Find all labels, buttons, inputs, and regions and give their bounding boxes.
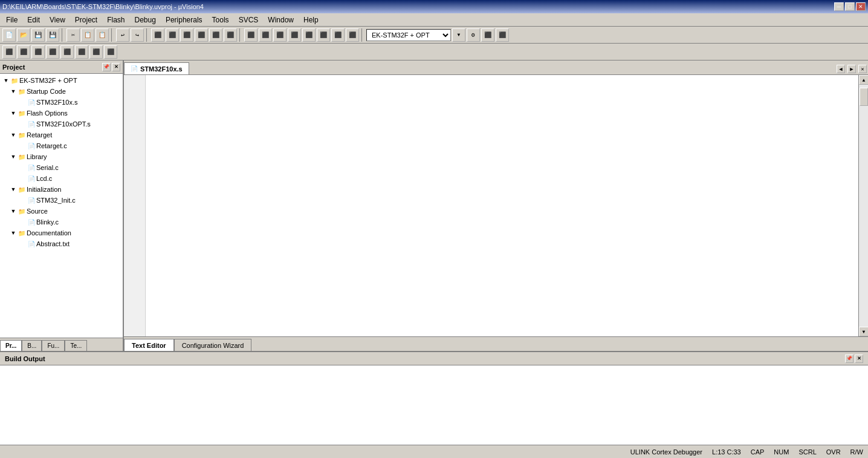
next-bookmark-button[interactable]: ⬛	[331, 28, 345, 42]
cmd-button[interactable]: ⬛	[496, 28, 509, 42]
expand-startup-icon: ▼	[10, 88, 17, 94]
tree-retarget[interactable]: ▼ 📁 Retarget	[0, 129, 123, 140]
menu-item-svcs[interactable]: SVCS	[234, 15, 264, 25]
tree-startup-code[interactable]: ▼ 📁 Startup Code	[0, 86, 123, 97]
open-button[interactable]: 📂	[17, 28, 30, 42]
folder-source-icon: 📁	[17, 206, 27, 216]
tab-project[interactable]: Pr...	[0, 340, 22, 351]
editor-close-tab[interactable]: ✕	[858, 65, 867, 73]
stop-button[interactable]: ⬛	[195, 28, 208, 42]
uncomment-button[interactable]: ⬛	[288, 28, 301, 42]
tb2-1[interactable]: ⬛	[2, 45, 16, 59]
scroll-down-button[interactable]: ▼	[859, 327, 868, 336]
scroll-up-button[interactable]: ▲	[859, 75, 868, 85]
rebuild-button[interactable]: ⬛	[166, 28, 179, 42]
project-close-button[interactable]: ✕	[112, 63, 120, 71]
build-close-button[interactable]: ✕	[855, 355, 863, 363]
editor-tab-stm32f10x[interactable]: 📄 STM32F10x.s	[124, 62, 189, 74]
tree-source[interactable]: ▼ 📁 Source	[0, 206, 123, 217]
tree-initialization[interactable]: ▼ 📁 Initialization	[0, 184, 123, 195]
new-file-button[interactable]: 📄	[2, 28, 16, 42]
tree-abstract-txt[interactable]: 📄 Abstract.txt	[0, 238, 123, 249]
tree-lcd-c[interactable]: 📄 Lcd.c	[0, 173, 123, 184]
editor-scroll-left[interactable]: ◀	[837, 65, 845, 73]
bookmark-button[interactable]: ⬛	[302, 28, 316, 42]
code-content[interactable]	[146, 75, 858, 336]
tb2-7[interactable]: ⬛	[89, 45, 103, 59]
maximize-button[interactable]: □	[845, 2, 855, 11]
menu-item-edit[interactable]: Edit	[22, 15, 45, 25]
tree-documentation[interactable]: ▼ 📁 Documentation	[0, 227, 123, 238]
tree-root[interactable]: ▼ 📁 EK-STM32F + OPT	[0, 75, 123, 86]
menu-item-debug[interactable]: Debug	[130, 15, 161, 25]
tree-serial-c[interactable]: 📄 Serial.c	[0, 162, 123, 173]
cut-button[interactable]: ✂	[66, 28, 80, 42]
sep5	[361, 28, 364, 42]
tree-doc-label: Documentation	[27, 229, 71, 237]
download-button[interactable]: ⬛	[224, 28, 237, 42]
target-options-button[interactable]: ▼	[452, 28, 465, 42]
indent-button[interactable]: ⬛	[244, 28, 257, 42]
flash-button[interactable]: ⬛	[209, 28, 222, 42]
titlebar-title: D:\KEIL\ARM\Boards\ST\EK-STM32F\Blinky\B…	[2, 3, 204, 10]
editor-scroll-right[interactable]: ▶	[847, 65, 856, 73]
project-header: Project 📌 ✕	[0, 61, 123, 74]
manage-button[interactable]: ⬛	[481, 28, 494, 42]
menu-item-view[interactable]: View	[45, 15, 70, 25]
save-button[interactable]: 💾	[31, 28, 45, 42]
unindent-button[interactable]: ⬛	[259, 28, 272, 42]
code-editor: ▲ ▼	[124, 75, 868, 336]
scroll-thumb[interactable]	[860, 88, 868, 106]
tree-flash-options[interactable]: ▼ 📁 Flash Options	[0, 108, 123, 119]
target-selector[interactable]: EK-STM32F + OPT	[366, 29, 451, 41]
close-button[interactable]: ✕	[856, 2, 866, 11]
menu-item-project[interactable]: Project	[70, 15, 102, 25]
clear-bookmarks-button[interactable]: ⬛	[346, 28, 359, 42]
editor-tabbar: 📄 STM32F10x.s ◀ ▶ ✕	[124, 61, 868, 75]
menubar: FileEditViewProjectFlashDebugPeripherals…	[0, 13, 868, 27]
menu-item-help[interactable]: Help	[299, 15, 323, 25]
file-stm32f10xopt-icon: 📄	[27, 119, 36, 129]
tb2-6[interactable]: ⬛	[75, 45, 88, 59]
tab-functions[interactable]: Fu...	[42, 340, 65, 351]
tree-flash-label: Flash Options	[27, 110, 68, 117]
comment-button[interactable]: ⬛	[273, 28, 287, 42]
prev-bookmark-button[interactable]: ⬛	[317, 28, 330, 42]
menu-item-window[interactable]: Window	[263, 15, 299, 25]
menu-item-file[interactable]: File	[1, 15, 22, 25]
compile-button[interactable]: ⬛	[180, 28, 193, 42]
copy-button[interactable]: 📋	[81, 28, 94, 42]
menu-item-flash[interactable]: Flash	[102, 15, 129, 25]
redo-button[interactable]: ↪	[131, 28, 144, 42]
target-settings-button[interactable]: ⚙	[467, 28, 480, 42]
build-pin-button[interactable]: 📌	[845, 355, 853, 363]
tab-templates[interactable]: Te...	[65, 340, 87, 351]
bottom-tab-text-editor[interactable]: Text Editor	[124, 339, 174, 351]
project-tabs: Pr... B... Fu... Te...	[0, 338, 123, 351]
tab-books[interactable]: B...	[22, 340, 42, 351]
bottom-tab-config-wizard[interactable]: Configuration Wizard	[174, 339, 252, 351]
tree-stm32-init-c[interactable]: 📄 STM32_Init.c	[0, 195, 123, 206]
tb2-8[interactable]: ⬛	[104, 45, 117, 59]
undo-button[interactable]: ↩	[116, 28, 129, 42]
paste-button[interactable]: 📋	[96, 28, 109, 42]
tree-retarget-c[interactable]: 📄 Retarget.c	[0, 140, 123, 151]
tree-stm32f10x-s-label: STM32F10x.s	[36, 99, 77, 106]
tree-stm32f10x-s[interactable]: 📄 STM32F10x.s	[0, 97, 123, 108]
tb2-5[interactable]: ⬛	[60, 45, 74, 59]
save-all-button[interactable]: 💾	[46, 28, 59, 42]
tb2-4[interactable]: ⬛	[46, 45, 59, 59]
project-pin-button[interactable]: 📌	[102, 63, 111, 71]
menu-item-tools[interactable]: Tools	[207, 15, 234, 25]
minimize-button[interactable]: ─	[834, 2, 844, 11]
menu-item-peripherals[interactable]: Peripherals	[161, 15, 207, 25]
tree-source-label: Source	[27, 208, 48, 215]
tb2-2[interactable]: ⬛	[17, 45, 30, 59]
build-button[interactable]: ⬛	[151, 28, 164, 42]
tree-blinky-c[interactable]: 📄 Blinky.c	[0, 217, 123, 227]
tb2-3[interactable]: ⬛	[31, 45, 45, 59]
tree-stm32f10xopt-s[interactable]: 📄 STM32F10xOPT.s	[0, 119, 123, 129]
scroll-track[interactable]	[859, 85, 868, 327]
tree-library[interactable]: ▼ 📁 Library	[0, 151, 123, 162]
project-header-icons: 📌 ✕	[102, 63, 120, 71]
